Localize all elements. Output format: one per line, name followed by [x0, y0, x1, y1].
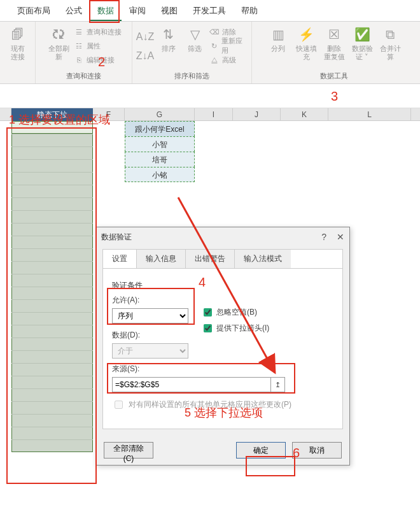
refresh-icon: 🗘 — [50, 25, 67, 43]
tab-input-msg[interactable]: 输入信息 — [137, 250, 186, 268]
source-label: 来源(S): — [112, 364, 333, 374]
clear-all-button[interactable]: 全部清除(C) — [104, 442, 153, 459]
advanced-button[interactable]: ⧋高级 — [209, 53, 248, 66]
cell-g5[interactable]: 小铭 — [125, 167, 195, 182]
filter-button[interactable]: ▽ 筛选 — [183, 24, 207, 66]
advanced-icon: ⧋ — [209, 55, 220, 65]
gridline — [11, 185, 93, 185]
consolidate-button[interactable]: ⧉ 合并计算 — [377, 24, 403, 66]
apply-same-checkbox[interactable]: 对有同样设置的所有其他单元格应用这些更改(P) — [112, 399, 333, 411]
reapply-button[interactable]: ↻重新应用 — [209, 39, 248, 52]
corner-cell[interactable] — [0, 108, 11, 120]
ribbon-tab-formula[interactable]: 公式 — [58, 0, 90, 21]
ribbon-tab-data[interactable]: 数据 — [90, 0, 122, 21]
gridline — [11, 325, 93, 325]
col-header-k[interactable]: K — [281, 108, 328, 120]
data-validation-button[interactable]: ✅ 数据验 证 ˅ — [349, 24, 375, 66]
gridline — [11, 427, 93, 427]
connection-icon: 🗐 — [9, 25, 27, 43]
data-label: 数据(D): — [112, 330, 188, 341]
gridline — [11, 414, 93, 415]
props-icon: ☷ — [74, 41, 84, 51]
gridline — [11, 274, 93, 274]
col-header-l[interactable]: L — [328, 108, 411, 120]
gridline — [11, 261, 93, 262]
reapply-icon: ↻ — [209, 41, 219, 51]
col-header-j[interactable]: J — [233, 108, 281, 120]
filter-icon: ▽ — [186, 25, 204, 43]
gridline — [11, 248, 93, 249]
group-query-label: 查询和连接 — [66, 70, 101, 83]
cancel-button[interactable]: 取消 — [292, 442, 342, 459]
dropdown-checkbox[interactable]: 提供下拉箭头(I) — [201, 322, 269, 334]
tab-settings[interactable]: 设置 — [103, 250, 137, 268]
refresh-all-button[interactable]: 🗘 全部刷新 — [46, 24, 71, 66]
gridline — [11, 439, 93, 440]
gridline — [11, 401, 93, 402]
gridline — [11, 363, 93, 364]
existing-conn-button[interactable]: 🗐 现有 连接 — [5, 24, 31, 66]
cell-d1-header[interactable]: 静态下拉 — [11, 108, 93, 121]
flash-icon: ⚡ — [297, 25, 315, 43]
allow-select[interactable]: 序列 — [112, 308, 188, 324]
sort-icon: ⇅ — [160, 25, 178, 43]
ok-button[interactable]: 确定 — [236, 442, 286, 459]
ribbon-tab-dev[interactable]: 开发工具 — [185, 0, 234, 21]
gridline — [11, 223, 93, 224]
gridline — [11, 350, 93, 351]
validation-icon: ✅ — [353, 25, 371, 43]
ribbon-tab-help[interactable]: 帮助 — [234, 0, 265, 21]
allow-label: 允许(A): — [112, 295, 188, 306]
clear-icon: ⌫ — [209, 27, 220, 37]
cell-g4[interactable]: 培哥 — [125, 152, 195, 167]
validation-criteria-label: 验证条件 — [112, 280, 333, 291]
gridline — [11, 312, 93, 313]
collapse-icon: ↥ — [275, 381, 281, 389]
gridline — [11, 376, 93, 376]
source-input[interactable] — [112, 377, 271, 392]
edit-links-button[interactable]: ⎘编辑链接 — [74, 53, 122, 66]
gridline — [11, 210, 93, 211]
group-sort-label: 排序和筛选 — [174, 70, 209, 83]
ribbon-tab-view[interactable]: 视图 — [153, 0, 185, 21]
tab-error[interactable]: 出错警告 — [186, 250, 235, 268]
range-picker-button[interactable]: ↥ — [271, 377, 285, 392]
queries-connections-button[interactable]: ☰查询和连接 — [74, 25, 122, 38]
remove-dup-button[interactable]: ☒ 删除 重复值 — [321, 24, 347, 66]
col-header-g[interactable]: G — [125, 108, 195, 120]
cell-g2[interactable]: 跟小何学Excel — [125, 121, 195, 136]
gridline — [11, 172, 93, 173]
close-icon[interactable]: ✕ — [337, 232, 344, 242]
properties-button[interactable]: ☷属性 — [74, 39, 122, 52]
gridline — [11, 388, 93, 389]
tab-ime[interactable]: 输入法模式 — [235, 250, 291, 268]
gridline — [11, 197, 93, 198]
ribbon-tab-review[interactable]: 审阅 — [122, 0, 153, 21]
text-to-columns-button[interactable]: ▥ 分列 — [265, 24, 291, 66]
gridline — [11, 236, 93, 236]
gridline — [11, 287, 93, 287]
sort-desc-button[interactable]: Z↓A — [136, 47, 154, 65]
gridline — [11, 146, 93, 147]
source-range-g2g5[interactable]: 跟小何学Excel 小智 培哥 小铭 — [125, 121, 195, 182]
ribbon-tab-layout[interactable]: 页面布局 — [10, 0, 58, 21]
link-icon: ⎘ — [74, 55, 84, 65]
sort-asc-icon: A↓Z — [140, 32, 150, 42]
col-header-f[interactable]: F — [93, 108, 125, 120]
ignore-blank-checkbox[interactable]: 忽略空值(B) — [201, 306, 269, 318]
sort-asc-button[interactable]: A↓Z — [136, 28, 154, 46]
dup-icon: ☒ — [325, 25, 343, 43]
gridline — [11, 134, 93, 134]
flash-fill-button[interactable]: ⚡ 快速填充 — [293, 24, 319, 66]
columns-icon: ▥ — [269, 25, 287, 43]
sort-button[interactable]: ⇅ 排序 — [157, 24, 181, 66]
dialog-title: 数据验证 — [101, 232, 132, 243]
help-icon[interactable]: ? — [321, 232, 326, 242]
col-header-i[interactable]: I — [195, 108, 233, 120]
data-validation-dialog: 数据验证 ? ✕ 设置 输入信息 出错警告 输入法模式 验证条件 允许(A): … — [95, 227, 350, 466]
list-icon: ☰ — [74, 27, 84, 37]
cell-g3[interactable]: 小智 — [125, 136, 195, 152]
active-cell-d2[interactable] — [11, 121, 93, 134]
gridline — [11, 299, 93, 300]
data-select[interactable]: 介于 — [112, 343, 188, 359]
